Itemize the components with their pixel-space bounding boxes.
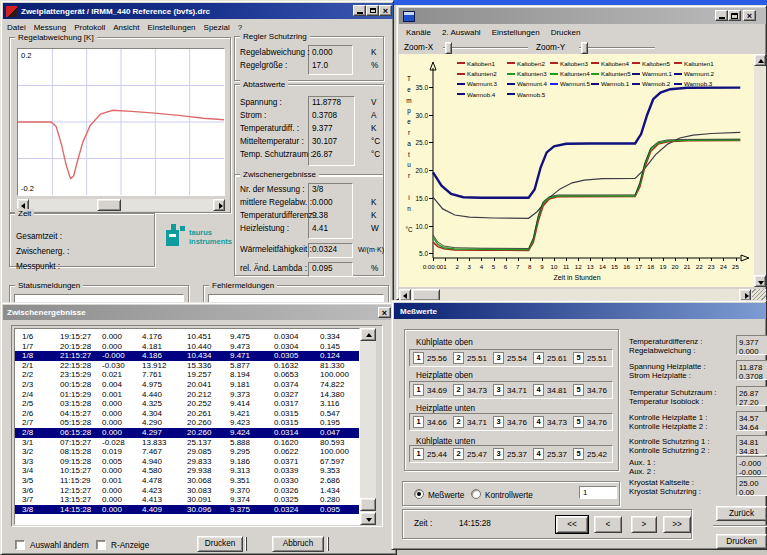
- messwerte-radio[interactable]: [414, 489, 424, 499]
- menu-item-protokoll[interactable]: Protokoll: [74, 23, 105, 32]
- r-anzeige-checkbox[interactable]: [96, 540, 106, 550]
- main-titlebar[interactable]: Zweiplattengerät / IRMM_440 Reference (b…: [3, 3, 393, 19]
- results-scroll-up[interactable]: [360, 328, 376, 341]
- table-row[interactable]: 1/720:15:280.0004.18110.4409.4730.03040.…: [15, 342, 359, 352]
- hscroll-right-button[interactable]: [213, 199, 225, 211]
- hscroll-thumb[interactable]: [97, 199, 121, 211]
- zoom-y-thumb[interactable]: [581, 42, 588, 54]
- sensor-index: 5: [573, 352, 584, 364]
- main-restore-button[interactable]: [366, 5, 379, 16]
- cell: 19:15:27: [60, 332, 102, 342]
- table-row[interactable]: 3/410:15:270.0004.58029.9389.3130.03399.…: [15, 466, 359, 476]
- restore-icon: [370, 8, 376, 13]
- graph-maximize-button[interactable]: [728, 10, 741, 21]
- table-row[interactable]: 2/705:15:280.0004.29020.2609.4230.03150.…: [15, 418, 359, 428]
- table-row[interactable]: 3/814:15:280.0004.40930.0969.3750.03240.…: [15, 505, 359, 515]
- menu-item-2-auswahl[interactable]: 2. Auswahl: [442, 28, 481, 37]
- cell: 0.005: [102, 457, 142, 467]
- table-row[interactable]: 2/503:15:280.0004.32520.2529.4140.03173.…: [15, 399, 359, 409]
- y-tick-label: 20.0: [402, 167, 428, 174]
- results-abort-button[interactable]: Abbruch: [272, 536, 324, 552]
- results-close-button[interactable]: ×: [378, 307, 391, 318]
- cell: 9.370: [230, 486, 274, 496]
- x-tick-mark: [530, 258, 531, 261]
- table-row[interactable]: 2/604:15:270.0004.30420.2619.4210.03150.…: [15, 409, 359, 419]
- zoom-x-thumb[interactable]: [445, 42, 452, 54]
- auswahl-aendern-label: Auswahl ändern: [30, 541, 89, 550]
- menu-item-einstellungen[interactable]: Einstellungen: [148, 23, 196, 32]
- cell: 9.423: [230, 418, 274, 428]
- plate-label: Kühlplatte oben: [416, 338, 473, 347]
- table-row[interactable]: 2/122:15:28-0.03013.91215.3365.8770.1632…: [15, 361, 359, 371]
- cell: 0.000: [102, 466, 142, 476]
- app-icon[interactable]: [6, 6, 17, 17]
- cell: 4.304: [142, 409, 187, 419]
- table-row[interactable]: 3/511:15:290.0014.47830.0689.3510.03302.…: [15, 476, 359, 486]
- cell: 0.004: [102, 380, 142, 390]
- table-row[interactable]: 2/300:15:280.0044.97520.0419.1810.037474…: [15, 380, 359, 390]
- menu-item-messung[interactable]: Messung: [34, 23, 66, 32]
- table-row[interactable]: 3/309:15:280.0054.94029.8339.1860.037167…: [15, 457, 359, 467]
- messwerte-print-button[interactable]: Drucken: [716, 534, 767, 549]
- kontrollwerte-radio[interactable]: [471, 489, 481, 499]
- menu-item--[interactable]: ?: [238, 23, 242, 32]
- graph-minimize-button[interactable]: [715, 10, 728, 21]
- main-close-button[interactable]: ×: [379, 5, 392, 16]
- readout-box: 34.5734.64: [736, 411, 767, 431]
- nav-last-button[interactable]: >>: [663, 516, 691, 533]
- x-axis-title: Zeit in Stunden: [522, 274, 632, 281]
- button-divider-1: [245, 537, 247, 551]
- menu-item-drucken[interactable]: Drucken: [551, 28, 581, 37]
- table-row[interactable]: 2/401:15:290.0014.44020.2129.3730.032714…: [15, 390, 359, 400]
- graph-titlebar[interactable]: [399, 8, 766, 24]
- readout-box: 26.8727.20: [736, 386, 767, 406]
- table-row[interactable]: 3/713:15:270.0004.41330.0919.3740.03250.…: [15, 495, 359, 505]
- menu-item-ansicht[interactable]: Ansicht: [113, 23, 139, 32]
- value-box: 0.095: [308, 262, 353, 277]
- nav-first-button[interactable]: <<: [556, 516, 588, 533]
- plate-cell: 325.37: [493, 448, 533, 460]
- messwerte-titlebar[interactable]: Meßwerte: [394, 303, 766, 319]
- cell: 9.181: [230, 380, 274, 390]
- zoom-y-slider[interactable]: [579, 47, 655, 49]
- table-row[interactable]: 3/612:15:270.0004.42330.0839.3700.03261.…: [15, 486, 359, 496]
- plate-cell: 234.71: [453, 416, 493, 428]
- table-row[interactable]: 1/821:15:27-0.0004.18610.4349.4710.03050…: [15, 351, 359, 361]
- cell: 4.181: [142, 342, 187, 352]
- results-vscrollbar[interactable]: [360, 328, 376, 525]
- auswahl-aendern-checkbox[interactable]: [15, 540, 25, 550]
- zwischenergebnisse-group: Zwischenergebnisse 3/80.0009.384.41Nr. d…: [234, 174, 384, 276]
- results-titlebar[interactable]: Zwischenergebnisse: [3, 305, 396, 320]
- nav-next-button[interactable]: >: [631, 516, 657, 533]
- graph-vscrollbar[interactable]: [754, 54, 766, 287]
- table-row[interactable]: 2/223:15:290.0217.76119.2578.1940.065310…: [15, 370, 359, 380]
- cell: 0.019: [102, 447, 142, 457]
- table-row[interactable]: 3/107:15:27-0.02813.83325.1375.8880.1620…: [15, 438, 359, 448]
- table-row[interactable]: 3/208:15:280.0197.46729.0859.2950.062210…: [15, 447, 359, 457]
- menu-item-datei[interactable]: Datei: [7, 23, 26, 32]
- nav-prev-button[interactable]: <: [594, 516, 622, 533]
- readout-value: 34.57: [739, 414, 759, 423]
- results-scroll-down[interactable]: [360, 512, 376, 525]
- field-label: Spannung :: [240, 98, 282, 107]
- menu-item-spezial[interactable]: Spezial: [204, 23, 230, 32]
- cell: 22:15:28: [60, 361, 102, 371]
- zoom-x-slider[interactable]: [443, 47, 528, 49]
- table-row[interactable]: 1/619:15:270.0004.17610.4519.4750.03040.…: [15, 332, 359, 342]
- plate-cell: 534.76: [573, 416, 613, 428]
- results-scroll-thumb[interactable]: [360, 498, 376, 511]
- back-button[interactable]: Zurück: [716, 506, 767, 521]
- table-row[interactable]: 2/806:15:280.0004.29720.2609.4240.03140.…: [15, 428, 359, 438]
- menu-item-einstellungen[interactable]: Einstellungen: [492, 28, 540, 37]
- sensor-value: 25.47: [467, 450, 487, 459]
- value-box: 11.87780.37089.37730.10726.87: [308, 96, 355, 166]
- vscroll-up-button[interactable]: [754, 54, 766, 66]
- x-tick-mark: [639, 258, 640, 261]
- index-input[interactable]: 1: [579, 486, 617, 499]
- main-minimize-button[interactable]: [353, 5, 366, 16]
- menu-item-kan-le[interactable]: Kanäle: [406, 28, 431, 37]
- results-print-button[interactable]: Drucken: [197, 536, 243, 552]
- chart-hscrollbar[interactable]: [17, 199, 225, 211]
- vscroll-down-button[interactable]: [754, 275, 766, 287]
- graph-close-button[interactable]: ×: [743, 10, 756, 21]
